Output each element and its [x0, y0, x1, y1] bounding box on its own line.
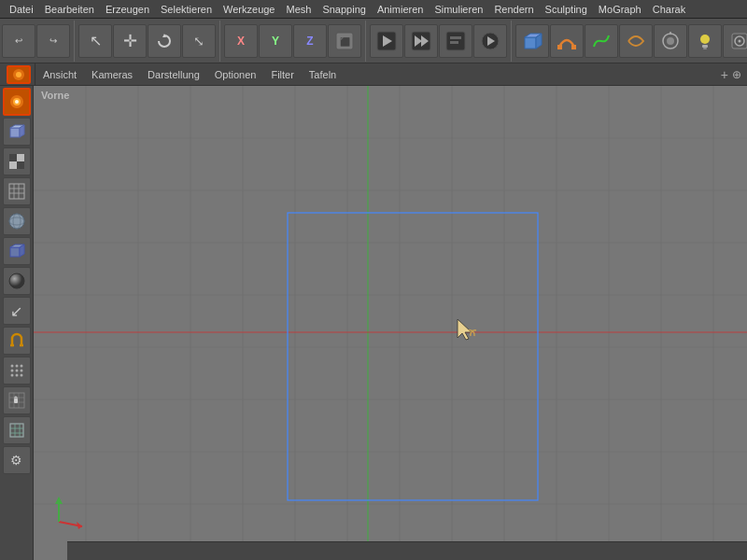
- redo-button[interactable]: ↪: [36, 24, 70, 58]
- menu-werkzeuge[interactable]: Werkzeuge: [218, 2, 280, 17]
- svg-rect-48: [10, 247, 20, 257]
- menu-bearbeiten[interactable]: Bearbeiten: [39, 2, 100, 17]
- add-light-button[interactable]: [688, 24, 722, 58]
- menu-rendern[interactable]: Rendern: [488, 2, 539, 17]
- viewport-grid: [34, 86, 747, 560]
- svg-point-21: [700, 35, 710, 44]
- menu-erzeugen[interactable]: Erzeugen: [100, 2, 155, 17]
- viewport-options-button[interactable]: ⊕: [732, 68, 741, 81]
- svg-point-54: [10, 365, 13, 368]
- move-button[interactable]: ✛: [113, 24, 147, 58]
- toolbar-coord: X Y Z ⬛: [224, 21, 366, 62]
- checker-button[interactable]: [3, 147, 31, 175]
- wireframe-button[interactable]: [3, 416, 31, 444]
- viewport[interactable]: Vorne: [34, 86, 747, 560]
- tab-kameras[interactable]: Kameras: [84, 67, 140, 82]
- coord-mode-button[interactable]: ⬛: [328, 24, 361, 58]
- add-scene-button[interactable]: [723, 24, 747, 58]
- active-tool-button[interactable]: [3, 88, 31, 116]
- coord-y-button[interactable]: Y: [259, 24, 292, 58]
- toolbar-render: [370, 21, 512, 62]
- svg-point-55: [15, 365, 18, 368]
- svg-rect-23: [703, 48, 707, 49]
- svg-rect-38: [17, 154, 24, 161]
- wire-grid-button[interactable]: [3, 177, 31, 205]
- main-area: ↙ ⚙: [0, 86, 747, 560]
- scale-button[interactable]: ⤡: [182, 24, 216, 58]
- axis-indicator: [45, 489, 92, 538]
- svg-point-19: [667, 37, 674, 45]
- menu-mograph[interactable]: MoGraph: [593, 2, 647, 17]
- shaded-button[interactable]: [3, 267, 31, 295]
- tab-filter[interactable]: Filter: [263, 67, 301, 82]
- cube-display-button[interactable]: [3, 118, 31, 146]
- svg-marker-102: [55, 497, 63, 504]
- svg-point-51: [9, 273, 24, 288]
- svg-point-28: [16, 72, 21, 77]
- left-sidebar: ↙ ⚙: [0, 86, 34, 560]
- tab-ansicht[interactable]: Ansicht: [35, 67, 84, 82]
- add-deformer-button[interactable]: [550, 24, 584, 58]
- menu-sculpting[interactable]: Sculpting: [540, 2, 593, 17]
- coord-x-button[interactable]: X: [224, 24, 258, 58]
- toolbar-selection: ↖ ✛ ⤡: [78, 21, 220, 62]
- svg-rect-16: [557, 45, 562, 49]
- select-button[interactable]: ↖: [78, 24, 112, 58]
- svg-point-62: [20, 374, 22, 377]
- svg-point-26: [739, 39, 741, 42]
- undo-button[interactable]: ↩: [2, 24, 35, 58]
- svg-rect-36: [9, 154, 17, 161]
- svg-point-31: [15, 100, 19, 104]
- toolbar-history: ↩ ↪: [2, 21, 75, 62]
- grid-dots-button[interactable]: [3, 357, 31, 385]
- render-region-button[interactable]: [404, 24, 438, 58]
- toolbar-objects: [515, 21, 747, 62]
- menu-snapping[interactable]: Snapping: [317, 2, 372, 17]
- menu-selektieren[interactable]: Selektieren: [155, 2, 218, 17]
- magnet-button[interactable]: [3, 327, 31, 355]
- svg-rect-39: [9, 161, 17, 169]
- tab-optionen[interactable]: Optionen: [207, 67, 264, 82]
- svg-point-60: [10, 374, 13, 377]
- svg-rect-98: [288, 213, 538, 500]
- svg-rect-32: [10, 128, 20, 137]
- svg-point-57: [10, 370, 13, 372]
- add-cube-button[interactable]: [515, 24, 549, 58]
- menu-simulieren[interactable]: Simulieren: [429, 2, 488, 17]
- svg-rect-10: [450, 41, 458, 44]
- rotate-button[interactable]: [148, 24, 181, 58]
- menu-animieren[interactable]: Animieren: [372, 2, 430, 17]
- svg-rect-37: [17, 161, 24, 169]
- svg-text:⬛: ⬛: [340, 36, 351, 48]
- svg-rect-13: [525, 37, 536, 49]
- svg-rect-22: [702, 45, 708, 48]
- coord-z-button[interactable]: Z: [293, 24, 327, 58]
- svg-point-61: [15, 374, 18, 377]
- tab-tafeln[interactable]: Tafeln: [302, 67, 344, 82]
- menu-charak[interactable]: Charak: [647, 2, 691, 17]
- tab-darstellung[interactable]: Darstellung: [140, 67, 207, 82]
- svg-point-56: [20, 365, 22, 368]
- render-settings-button[interactable]: [439, 24, 472, 58]
- render-queue-button[interactable]: [473, 24, 507, 58]
- viewport-expand-button[interactable]: +: [721, 67, 728, 82]
- solid-cube-button[interactable]: [3, 237, 31, 265]
- viewport-tabbar: Ansicht Kameras Darstellung Optionen Fil…: [0, 63, 747, 86]
- svg-rect-69: [15, 397, 17, 399]
- svg-point-45: [9, 214, 24, 229]
- svg-rect-70: [10, 424, 23, 437]
- settings-button[interactable]: ⚙: [3, 446, 31, 474]
- snap-lock-button[interactable]: [3, 386, 31, 414]
- add-nurbs-button[interactable]: [619, 24, 653, 58]
- sphere-button[interactable]: [3, 207, 31, 235]
- add-camera-button[interactable]: [654, 24, 687, 58]
- render-button[interactable]: [370, 24, 403, 58]
- menu-datei[interactable]: Datei: [4, 2, 39, 17]
- arrow-tool-button[interactable]: ↙: [3, 297, 31, 325]
- viewport-label: Vorne: [41, 90, 69, 101]
- add-spline-button[interactable]: [585, 24, 618, 58]
- svg-point-59: [20, 370, 22, 372]
- active-tool-top[interactable]: [7, 65, 31, 84]
- menu-mesh[interactable]: Mesh: [280, 2, 317, 17]
- menubar: Datei Bearbeiten Erzeugen Selektieren We…: [0, 0, 747, 19]
